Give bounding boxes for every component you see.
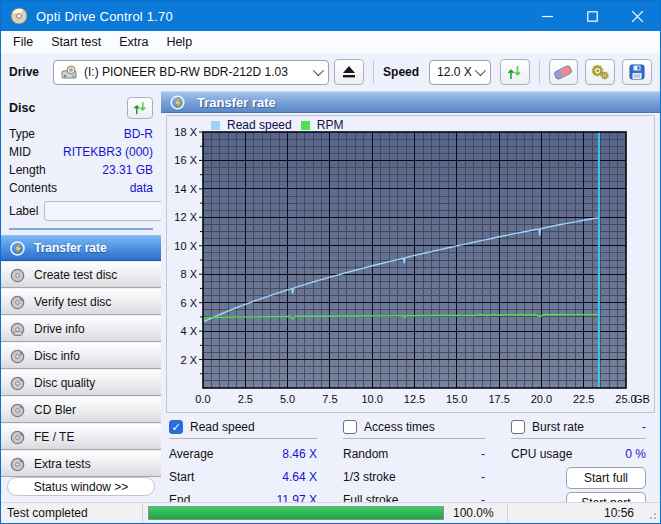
svg-text:5.0: 5.0 xyxy=(280,393,295,405)
sidebar-item-label: CD Bler xyxy=(34,403,76,417)
disc-length-label: Length xyxy=(9,161,46,179)
disc-type-value: BD-R xyxy=(124,125,153,143)
svg-text:8 X: 8 X xyxy=(180,268,197,280)
disc-length-value: 23.31 GB xyxy=(102,161,153,179)
sidebar-item-disc-info[interactable]: Disc info xyxy=(1,343,161,369)
menu-extra[interactable]: Extra xyxy=(110,32,157,52)
progress-cell xyxy=(143,503,449,523)
sidebar-item-label: Extra tests xyxy=(34,457,91,471)
read-speed-checkbox[interactable] xyxy=(169,420,183,434)
sidebar-item-transfer-rate[interactable]: Transfer rate xyxy=(1,235,161,261)
disc-type-row: Type BD-R xyxy=(9,125,153,143)
sidebar-item-label: Create test disc xyxy=(34,268,117,282)
sidebar-item-label: Disc quality xyxy=(34,376,95,390)
menu-bar: File Start test Extra Help xyxy=(1,31,660,53)
burst-rate-title: Burst rate xyxy=(532,420,584,434)
sidebar-item-drive-info[interactable]: Drive info xyxy=(1,316,161,342)
disc-length-row: Length 23.31 GB xyxy=(9,161,153,179)
speed-value: 12.0 X xyxy=(437,65,472,79)
disc-icon xyxy=(10,430,25,445)
disc-icon xyxy=(10,295,25,310)
access-times-title: Access times xyxy=(364,420,435,434)
clock: 10:56 xyxy=(508,503,660,523)
sidebar-item-label: Disc info xyxy=(34,349,80,363)
cpu-usage-label: CPU usage xyxy=(511,447,572,461)
sidebar-item-extra-tests[interactable]: Extra tests xyxy=(1,451,161,477)
drive-toolbar: Drive (I:) PIONEER BD-RW BDR-212D 1.03 S… xyxy=(1,53,660,91)
sidebar-item-label: Verify test disc xyxy=(34,295,111,309)
panel-divider xyxy=(9,228,153,230)
svg-text:14 X: 14 X xyxy=(174,183,197,195)
label-caption: Label xyxy=(9,204,38,218)
erase-disc-button[interactable] xyxy=(549,59,579,85)
svg-text:10.0: 10.0 xyxy=(361,393,382,405)
random-value: - xyxy=(481,447,485,461)
menu-start-test[interactable]: Start test xyxy=(42,32,110,52)
disc-contents-row: Contents data xyxy=(9,179,153,197)
svg-text:4 X: 4 X xyxy=(180,325,197,337)
disc-icon xyxy=(10,376,25,391)
svg-text:17.5: 17.5 xyxy=(488,393,509,405)
app-disc-icon xyxy=(10,7,28,25)
app-window: Opti Drive Control 1.70 File Start test … xyxy=(0,0,661,524)
settings-button[interactable]: ⚙⚙ xyxy=(585,59,615,85)
disc-mid-row: MID RITEKBR3 (000) xyxy=(9,143,153,161)
svg-text:0.0: 0.0 xyxy=(195,393,210,405)
disc-icon xyxy=(10,403,25,418)
disc-contents-label: Contents xyxy=(9,179,57,197)
test-sidebar: Transfer rate Create test disc Verify te… xyxy=(1,234,161,477)
read-speed-swatch xyxy=(211,121,220,130)
cpu-usage-row: CPU usage 0 % xyxy=(511,442,646,465)
refresh-disc-button[interactable] xyxy=(127,97,153,119)
status-message: Test completed xyxy=(1,503,143,523)
drive-value: (I:) PIONEER BD-RW BDR-212D 1.03 xyxy=(84,65,288,79)
cpu-usage-value: 0 % xyxy=(625,447,646,461)
read-speed-column: Read speed Average 8.46 X Start 4.64 X E… xyxy=(169,420,317,515)
speed-select[interactable]: 12.0 X xyxy=(429,60,491,85)
results-panel: Read speed Average 8.46 X Start 4.64 X E… xyxy=(161,414,660,515)
access-times-column: Access times Random - 1/3 stroke - Full … xyxy=(343,420,485,515)
disc-group-title: Disc xyxy=(9,101,35,115)
close-button[interactable] xyxy=(615,1,660,31)
burst-rate-value: - xyxy=(642,420,646,434)
refresh-speeds-button[interactable] xyxy=(500,59,530,85)
eject-icon xyxy=(342,66,356,78)
start-row: Start 4.64 X xyxy=(169,465,317,488)
sidebar-item-fe-te[interactable]: FE / TE xyxy=(1,424,161,450)
svg-text:10 X: 10 X xyxy=(174,240,197,252)
third-stroke-label: 1/3 stroke xyxy=(343,470,396,484)
close-icon xyxy=(632,11,643,22)
start-label: Start xyxy=(169,470,194,484)
drive-label: Drive xyxy=(9,65,39,79)
drive-select[interactable]: (I:) PIONEER BD-RW BDR-212D 1.03 xyxy=(53,60,329,85)
start-full-button[interactable]: Start full xyxy=(566,467,646,489)
burst-rate-checkbox[interactable] xyxy=(511,420,525,434)
svg-text:GB: GB xyxy=(634,393,650,405)
menu-file[interactable]: File xyxy=(4,32,42,52)
eraser-icon xyxy=(553,64,573,80)
disc-lightning-icon xyxy=(10,241,25,256)
chevron-down-icon xyxy=(475,65,486,76)
eject-button[interactable] xyxy=(334,59,364,85)
status-window-label: Status window >> xyxy=(34,480,129,494)
sidebar-item-create-test-disc[interactable]: Create test disc xyxy=(1,262,161,288)
average-row: Average 8.46 X xyxy=(169,442,317,465)
random-label: Random xyxy=(343,447,388,461)
rpm-swatch xyxy=(301,121,310,130)
read-speed-legend-label: Read speed xyxy=(227,118,292,132)
minimize-button[interactable] xyxy=(525,1,570,31)
disc-lightning-icon xyxy=(170,95,185,110)
random-row: Random - xyxy=(343,442,485,465)
read-speed-title: Read speed xyxy=(190,420,255,434)
sidebar-item-verify-test-disc[interactable]: Verify test disc xyxy=(1,289,161,315)
maximize-button[interactable] xyxy=(570,1,615,31)
third-stroke-row: 1/3 stroke - xyxy=(343,465,485,488)
floppy-disk-icon xyxy=(629,64,645,80)
average-value: 8.46 X xyxy=(282,447,317,461)
access-times-checkbox[interactable] xyxy=(343,420,357,434)
menu-help[interactable]: Help xyxy=(157,32,201,52)
sidebar-item-cd-bler[interactable]: CD Bler xyxy=(1,397,161,423)
status-window-button[interactable]: Status window >> xyxy=(7,477,155,496)
save-button[interactable] xyxy=(622,59,652,85)
sidebar-item-disc-quality[interactable]: Disc quality xyxy=(1,370,161,396)
